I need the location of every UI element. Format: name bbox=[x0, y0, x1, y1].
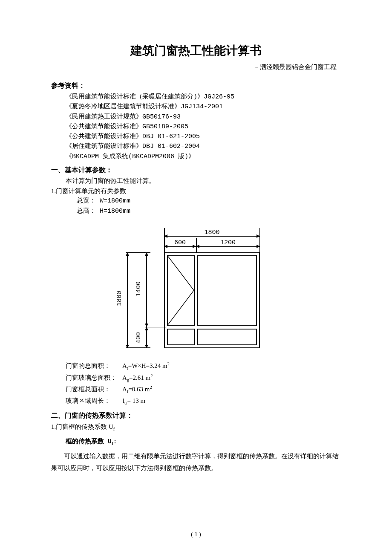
dim-upper-height: 1400 bbox=[135, 281, 142, 297]
reference-item: 《民用建筑节能设计标准（采暖居住建筑部分)》JGJ26-95 bbox=[66, 92, 341, 102]
page-number: ( 1 ) bbox=[0, 531, 392, 538]
frame-u-subheading: 框的传热系数 Uf: bbox=[66, 437, 341, 447]
dim-lower-height: 400 bbox=[135, 332, 142, 344]
glass-area-row: 门窗玻璃总面积： Ag=2.61 m2 bbox=[66, 372, 341, 384]
section-1-intro: 本计算为门窗的热工性能计算。 bbox=[66, 176, 341, 186]
references-heading: 参考资料： bbox=[51, 81, 341, 90]
section-1-heading: 一、基本计算参数： bbox=[51, 166, 341, 175]
svg-line-0 bbox=[168, 256, 194, 290]
total-width-line: 总宽： W=1800mm bbox=[77, 196, 341, 206]
dim-left-width: 600 bbox=[164, 239, 196, 246]
section-1-item-1: 1.门窗计算单元的有关参数 bbox=[51, 186, 341, 196]
dim-total-width: 1800 bbox=[164, 229, 260, 236]
window-diagram bbox=[164, 252, 260, 348]
svg-line-1 bbox=[168, 290, 194, 325]
reference-item: 《公共建筑节能设计标准》DBJ 01-621-2005 bbox=[66, 132, 341, 142]
window-dimension-figure: 1800 600 1200 1800 bbox=[124, 229, 268, 348]
reference-item: 《公共建筑节能设计标准》GB50189-2005 bbox=[66, 122, 341, 132]
reference-item: 《民用建筑热工设计规范》GB50176-93 bbox=[66, 112, 341, 122]
document-title: 建筑门窗热工性能计算书 bbox=[51, 43, 341, 59]
total-area-row: 门窗的总面积： At=W×H=3.24 m2 bbox=[66, 360, 341, 372]
reference-item: 《居住建筑节能设计标准》DBJ 01-602-2004 bbox=[66, 142, 341, 151]
total-height-line: 总高： H=1800mm bbox=[77, 206, 341, 216]
dim-total-height: 1800 bbox=[116, 291, 123, 306]
section-2-item-1: 1.门窗框的传热系数 Uf bbox=[51, 422, 341, 433]
section-2-heading: 二、门窗的传热系数计算： bbox=[51, 411, 341, 420]
reference-item: 《BKCADPM 集成系统(BKCADPM2006 版)》 bbox=[66, 152, 341, 162]
perimeter-row: 玻璃区域周长： lψ= 13 m bbox=[66, 396, 341, 407]
dim-right-width: 1200 bbox=[196, 239, 260, 246]
document-subtitle: －泗泾颐景园铝合金门窗工程 bbox=[51, 63, 341, 71]
frame-area-row: 门窗框总面积： Af=0.63 m2 bbox=[66, 384, 341, 396]
reference-item: 《夏热冬冷地区居住建筑节能设计标准》JGJ134-2001 bbox=[66, 102, 341, 112]
section-2-paragraph: 可以通过输入数据，用二维有限单元法进行数字计算，得到窗框的传热系数。在没有详细的… bbox=[51, 450, 341, 474]
